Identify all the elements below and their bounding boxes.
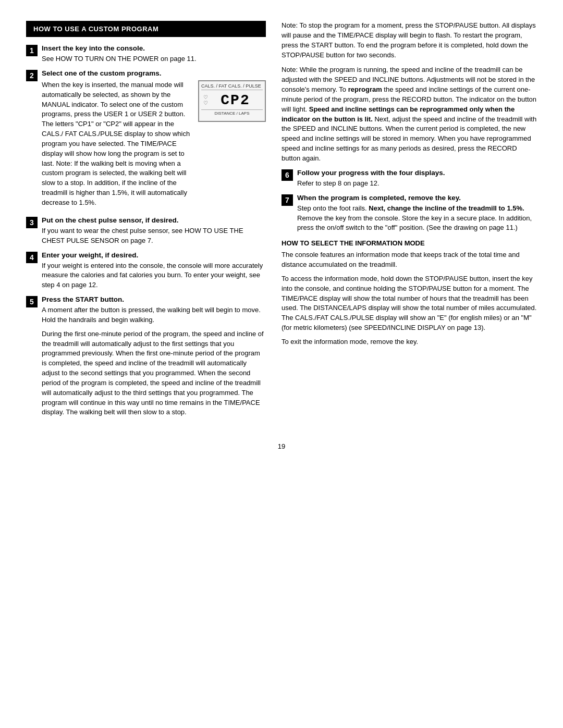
note2-bold: reprogram <box>348 85 382 93</box>
step-7-bold: Next, change the incline of the treadmil… <box>369 204 524 212</box>
step-7-number: 7 <box>282 194 293 206</box>
step-7-body: Step onto the foot rails. Next, change t… <box>297 204 537 233</box>
step-5-body2: During the first one-minute period of th… <box>42 329 266 418</box>
step-2-inline: When the key is inserted, the manual mod… <box>42 80 266 208</box>
step-2-title: Select one of the custom programs. <box>42 69 266 77</box>
heart-icon: ♡♡ <box>203 94 208 106</box>
step-5: 5 Press the START button. A moment after… <box>26 295 266 422</box>
step-6: 6 Follow your progress with the four dis… <box>282 169 537 189</box>
console-main-text: CP2 <box>210 92 261 108</box>
step-5-title: Press the START button. <box>42 295 266 303</box>
console-display-illustration: CALS. / FAT CALS. / PULSE ♡♡ CP2 DISTANC… <box>198 80 266 122</box>
step-1-number: 1 <box>26 45 38 56</box>
right-note-1: Note: To stop the program for a moment, … <box>282 21 537 60</box>
step-1-body: See HOW TO TURN ON THE POWER on page 11. <box>42 54 266 64</box>
info-mode-para2: To access the information mode, hold dow… <box>282 274 537 333</box>
step-7-body-end: Remove the key from the console. Store t… <box>297 214 532 232</box>
section-header: HOW TO USE A CUSTOM PROGRAM <box>26 21 266 37</box>
step-6-body: Refer to step 8 on page 12. <box>297 179 537 189</box>
console-top-label: CALS. / FAT CALS. / PULSE <box>201 83 261 89</box>
right-note-2: Note: While the program is running, the … <box>282 65 537 163</box>
step-6-title: Follow your progress with the four displ… <box>297 169 537 177</box>
step-3-title: Put on the chest pulse sensor, if desire… <box>42 216 266 224</box>
console-bottom-label: DISTANCE / LAPS <box>201 109 263 116</box>
step-5-body1: A moment after the button is pressed, th… <box>42 305 266 325</box>
left-column: HOW TO USE A CUSTOM PROGRAM 1 Insert the… <box>26 21 266 427</box>
step-1-title: Insert the key into the console. <box>42 44 266 52</box>
step-1: 1 Insert the key into the console. See H… <box>26 44 266 64</box>
step-6-number: 6 <box>282 169 293 181</box>
right-column: Note: To stop the program for a moment, … <box>282 21 537 427</box>
step-4-body: If your weight is entered into the conso… <box>42 261 266 291</box>
step-3-body: If you want to wear the chest pulse sens… <box>42 226 266 246</box>
info-mode-header: HOW TO SELECT THE INFORMATION MODE <box>282 239 537 247</box>
step-4-number: 4 <box>26 252 38 263</box>
info-mode-para1: The console features an information mode… <box>282 250 537 270</box>
page-number: 19 <box>26 442 537 450</box>
step-2-number: 2 <box>26 70 38 81</box>
step-7-body-intro: Step onto the foot rails. <box>297 204 369 212</box>
step-2: 2 Select one of the custom programs. Whe… <box>26 69 266 211</box>
main-content: HOW TO USE A CUSTOM PROGRAM 1 Insert the… <box>26 21 537 427</box>
step-3: 3 Put on the chest pulse sensor, if desi… <box>26 216 266 246</box>
step-3-number: 3 <box>26 217 38 228</box>
step-4-title: Enter your weight, if desired. <box>42 251 266 259</box>
step-2-body: When the key is inserted, the manual mod… <box>42 80 193 208</box>
step-4: 4 Enter your weight, if desired. If your… <box>26 251 266 291</box>
step-2-text: When the key is inserted, the manual mod… <box>42 80 193 208</box>
step-7: 7 When the program is completed, remove … <box>282 194 537 233</box>
info-mode-para3: To exit the information mode, remove the… <box>282 337 537 347</box>
step-5-number: 5 <box>26 296 38 307</box>
console-top-row: CALS. / FAT CALS. / PULSE <box>201 83 263 90</box>
step-7-title: When the program is completed, remove th… <box>297 194 537 202</box>
page-container: HOW TO USE A CUSTOM PROGRAM 1 Insert the… <box>26 21 537 450</box>
